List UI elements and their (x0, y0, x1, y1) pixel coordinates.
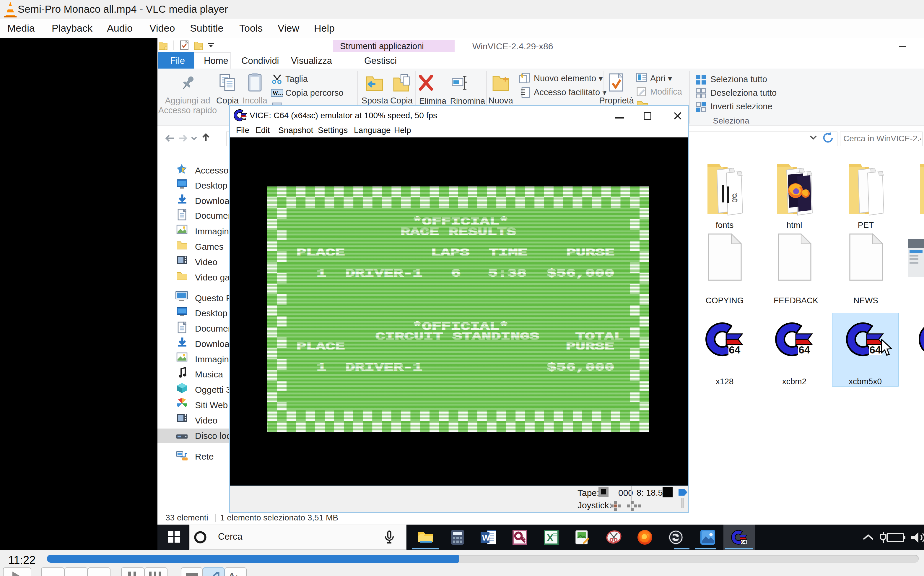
svg-text:g: g (732, 189, 737, 202)
svg-text:W: W (482, 533, 490, 542)
svg-text:W: W (272, 90, 278, 96)
svg-text:X: X (547, 532, 554, 543)
